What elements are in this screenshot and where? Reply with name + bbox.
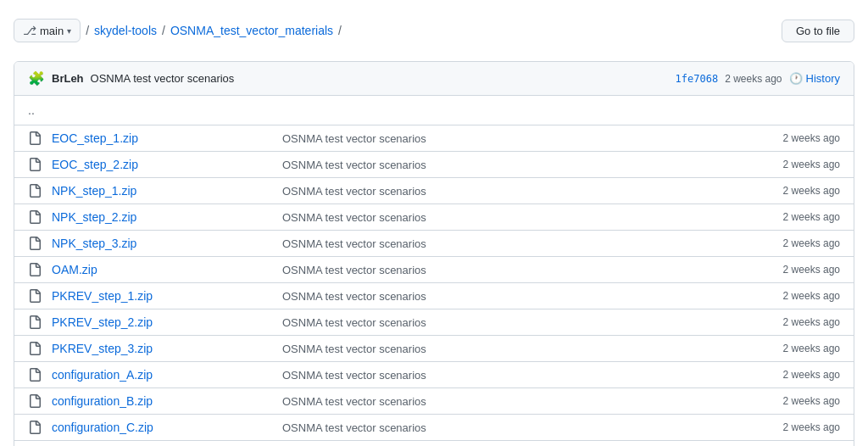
breadcrumb-repo-link[interactable]: skydel-tools <box>94 24 157 37</box>
file-row: configuration_A.zip OSNMA test vector sc… <box>14 362 854 388</box>
file-rows-container: EOC_step_1.zip OSNMA test vector scenari… <box>14 125 854 446</box>
file-time: 2 weeks ago <box>755 185 840 197</box>
file-commit-message: OSNMA test vector scenarios <box>269 264 755 276</box>
file-commit-message: OSNMA test vector scenarios <box>269 421 755 434</box>
file-time: 2 weeks ago <box>755 237 840 249</box>
file-icon <box>28 368 48 382</box>
breadcrumb-separator-2: / <box>162 24 165 37</box>
file-name-link[interactable]: EOC_step_1.zip <box>48 131 269 145</box>
file-row: NPK_step_1.zip OSNMA test vector scenari… <box>14 178 854 204</box>
file-row: EOC_step_1.zip OSNMA test vector scenari… <box>14 125 854 152</box>
file-name-link[interactable]: NPK_step_3.zip <box>48 237 269 250</box>
file-icon <box>28 237 48 250</box>
file-name-link[interactable]: NPK_step_2.zip <box>48 210 269 224</box>
commit-info-right: 1fe7068 2 weeks ago 🕐 History <box>676 72 840 85</box>
file-commit-message: OSNMA test vector scenarios <box>269 211 755 224</box>
breadcrumb-separator-1: / <box>86 24 89 37</box>
file-icon <box>28 184 48 198</box>
commit-bar: 🧩 BrLeh OSNMA test vector scenarios 1fe7… <box>14 62 854 96</box>
file-name-link[interactable]: configuration_B.zip <box>48 394 269 408</box>
file-time: 2 weeks ago <box>755 395 840 407</box>
file-commit-message: OSNMA test vector scenarios <box>269 159 755 171</box>
breadcrumb-separator-3: / <box>338 24 342 37</box>
commit-author: BrLeh <box>52 72 84 85</box>
file-row: EOC_step_2.zip OSNMA test vector scenari… <box>14 152 854 178</box>
parent-dir-label: .. <box>28 103 35 117</box>
file-row: PKREV_step_3.zip OSNMA test vector scena… <box>14 336 854 362</box>
file-commit-message: OSNMA test vector scenarios <box>269 132 755 145</box>
file-time: 2 weeks ago <box>755 211 840 223</box>
branch-icon: ⎇ <box>23 24 36 37</box>
file-name-link[interactable]: NPK_step_1.zip <box>48 184 269 198</box>
file-commit-message: OSNMA test vector scenarios <box>269 237 755 250</box>
file-icon <box>28 131 48 145</box>
file-name-link[interactable]: OAM.zip <box>48 263 269 276</box>
file-icon <box>28 158 48 171</box>
file-time: 2 weeks ago <box>755 343 840 354</box>
file-row: configuration_C.zip OSNMA test vector sc… <box>14 415 854 441</box>
file-name-link[interactable]: EOC_step_2.zip <box>48 158 269 171</box>
file-list-container: 🧩 BrLeh OSNMA test vector scenarios 1fe7… <box>14 61 854 446</box>
file-name-link[interactable]: PKREV_step_2.zip <box>48 315 269 329</box>
chevron-down-icon: ▾ <box>67 26 71 36</box>
file-commit-message: OSNMA test vector scenarios <box>269 185 755 198</box>
file-time: 2 weeks ago <box>755 290 840 302</box>
file-icon <box>28 315 48 329</box>
file-commit-message: OSNMA test vector scenarios <box>269 290 755 303</box>
file-row: PKREV_step_1.zip OSNMA test vector scena… <box>14 283 854 309</box>
file-commit-message: OSNMA test vector scenarios <box>269 395 755 408</box>
file-time: 2 weeks ago <box>755 264 840 276</box>
go-to-file-button[interactable]: Go to file <box>782 20 854 42</box>
file-row: OAM.zip OSNMA test vector scenarios 2 we… <box>14 257 854 283</box>
commit-time: 2 weeks ago <box>725 73 782 85</box>
file-time: 2 weeks ago <box>755 316 840 328</box>
commit-avatar-icon: 🧩 <box>28 70 45 86</box>
breadcrumb: ⎇ main ▾ / skydel-tools / OSNMA_test_vec… <box>14 19 342 42</box>
clock-icon: 🕐 <box>789 72 803 85</box>
file-icon <box>28 421 48 434</box>
file-time: 2 weeks ago <box>755 132 840 144</box>
file-commit-message: OSNMA test vector scenarios <box>269 316 755 329</box>
file-time: 2 weeks ago <box>755 421 840 433</box>
file-row: NPK_step_3.zip OSNMA test vector scenari… <box>14 231 854 257</box>
branch-selector[interactable]: ⎇ main ▾ <box>14 19 81 42</box>
repo-header: ⎇ main ▾ / skydel-tools / OSNMA_test_vec… <box>14 10 854 54</box>
parent-dir-row: .. <box>14 96 854 125</box>
file-name-link[interactable]: PKREV_step_1.zip <box>48 289 269 303</box>
history-label: History <box>806 72 840 85</box>
file-name-link[interactable]: configuration_C.zip <box>48 421 269 434</box>
file-time: 2 weeks ago <box>755 159 840 170</box>
file-icon <box>28 342 48 355</box>
history-button[interactable]: 🕐 History <box>789 72 840 85</box>
file-name-link[interactable]: PKREV_step_3.zip <box>48 342 269 355</box>
branch-label: main <box>40 25 64 37</box>
file-icon <box>28 289 48 303</box>
file-name-link[interactable]: configuration_A.zip <box>48 368 269 382</box>
file-row: configuration_B.zip OSNMA test vector sc… <box>14 388 854 415</box>
file-icon <box>28 263 48 276</box>
file-row: configuration_D.zip OSNMA test vector sc… <box>14 441 854 446</box>
file-icon <box>28 210 48 224</box>
file-commit-message: OSNMA test vector scenarios <box>269 369 755 382</box>
file-commit-message: OSNMA test vector scenarios <box>269 343 755 355</box>
commit-hash-link[interactable]: 1fe7068 <box>676 73 719 85</box>
file-icon <box>28 394 48 408</box>
file-row: NPK_step_2.zip OSNMA test vector scenari… <box>14 204 854 231</box>
file-time: 2 weeks ago <box>755 369 840 381</box>
breadcrumb-folder-link[interactable]: OSNMA_test_vector_materials <box>170 24 333 37</box>
file-row: PKREV_step_2.zip OSNMA test vector scena… <box>14 309 854 336</box>
commit-message: OSNMA test vector scenarios <box>91 72 235 85</box>
commit-info-left: 🧩 BrLeh OSNMA test vector scenarios <box>28 70 234 86</box>
